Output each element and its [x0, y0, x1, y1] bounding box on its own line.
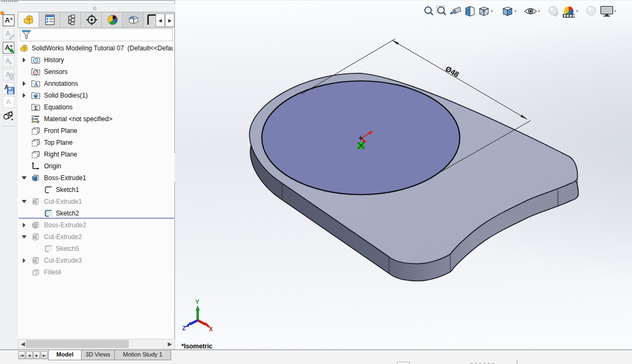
- svg-text:A: A: [34, 81, 38, 87]
- svg-text:Ø48: Ø48: [444, 64, 460, 79]
- svg-text:X: X: [209, 326, 214, 332]
- svg-text:Y: Y: [195, 299, 200, 305]
- svg-text:Σ: Σ: [34, 105, 38, 111]
- svg-text:Z: Z: [182, 325, 186, 331]
